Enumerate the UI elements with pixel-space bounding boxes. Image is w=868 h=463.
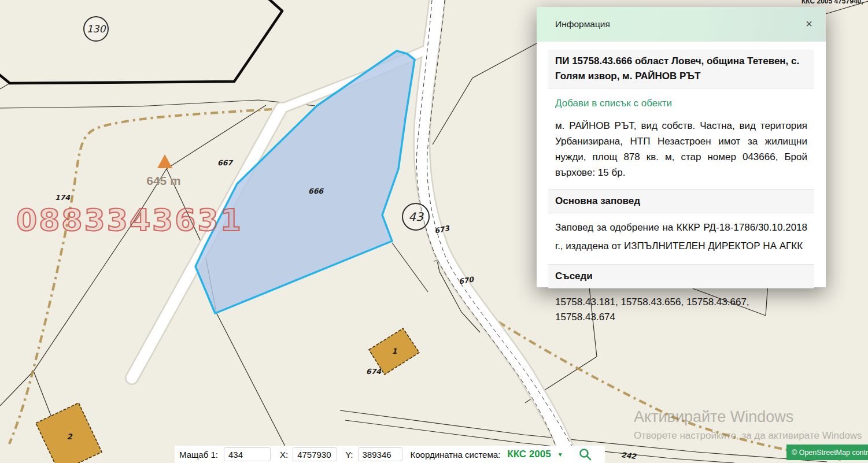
osm-attribution[interactable]: © OpenStreetMap contributors [786,445,868,460]
scale-label: Мащаб 1: [179,450,218,460]
coordinate-system-label: Координатна система: [411,450,501,460]
main-order-text: Заповед за одобрение на КККР РД-18-1786/… [555,218,807,255]
y-coordinate-input[interactable] [358,447,402,461]
selected-parcel-666[interactable] [195,51,415,313]
close-icon[interactable]: × [801,16,817,31]
info-panel-body: ПИ 15758.43.666 област Ловеч, община Тет… [537,50,826,325]
building-2[interactable] [36,403,102,463]
y-coordinate-label: Y: [345,450,353,460]
parcel-circle-130: 130 [83,16,109,42]
x-coordinate-label: X: [280,450,288,460]
main-order-header: Основна заповед [548,189,814,213]
neighbors-header: Съседи [548,264,814,288]
building-1[interactable] [369,328,419,375]
search-button[interactable] [578,447,592,461]
add-to-object-list-link[interactable]: Добави в списък с обекти [555,96,672,111]
search-icon [578,447,592,461]
windows-activation-watermark: Активирайте Windows [634,408,793,426]
info-panel-header: Информация × [537,7,826,42]
parcel-circle-43: 43 [402,203,430,231]
app-window: 130 43 667 666 174 673 670 674 1 2 242 6… [0,0,868,463]
neighbors-list: 15758.43.181, 15758.43.656, 15758.43.667… [555,295,807,325]
thick-boundary [0,0,282,83]
parcel-title: ПИ 15758.43.666 област Ловеч, община Тет… [548,50,814,88]
chevron-down-icon[interactable]: ▼ [557,451,563,458]
info-panel: Информация × ПИ 15758.43.666 област Лове… [537,7,826,287]
map-toolbar: Мащаб 1: X: Y: Координатна система: ККС … [175,446,605,463]
parcel-description: м. РАЙНОВ РЪТ, вид собств. Частна, вид т… [555,118,807,180]
info-panel-title: Информация [537,19,610,29]
scale-input[interactable] [224,447,271,461]
peak-marker-icon [157,154,172,168]
coordinate-system-select[interactable]: ККС 2005 [507,449,551,460]
cursor-coordinates-readout: ККС 2005 4757940, [801,0,863,5]
peak-elevation-label: 645 m [146,174,181,188]
x-coordinate-input[interactable] [293,447,337,461]
buildings [36,328,419,463]
windows-activation-subtext: Отворете настройките, за да активирате W… [634,430,862,442]
